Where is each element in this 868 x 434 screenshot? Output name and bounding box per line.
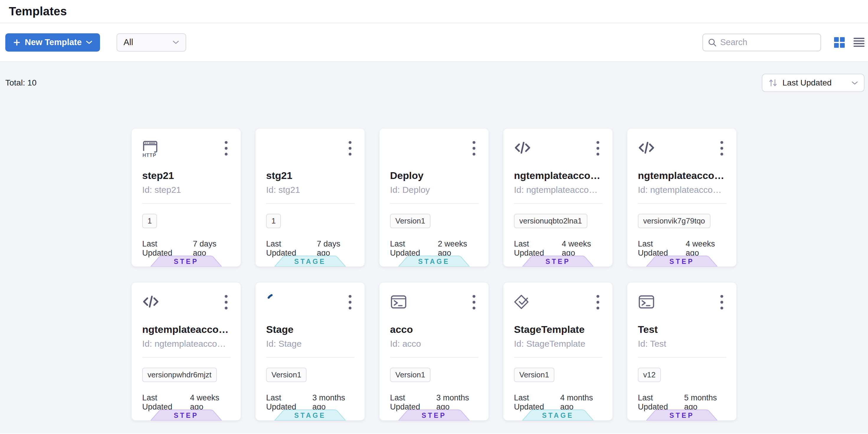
filter-value: All <box>124 37 133 47</box>
template-card[interactable]: HTTP ∞ <box>503 282 613 421</box>
sort-dropdown[interactable]: Last Updated <box>762 74 864 92</box>
template-card[interactable]: HTTP ∞ <box>627 129 736 267</box>
version-tag: 1 <box>266 214 281 228</box>
kebab-icon <box>224 141 228 156</box>
template-type-ribbon: STEP <box>151 409 222 421</box>
terminal-icon <box>390 293 407 311</box>
version-tag: versionpwhdr6mjzt <box>142 368 217 382</box>
page-title: Templates <box>9 5 67 18</box>
template-type-label: STEP <box>522 256 594 267</box>
card-menu-button[interactable] <box>345 293 354 309</box>
template-id: Id: Deploy <box>390 185 478 195</box>
template-type-icon: HTTP ∞ <box>142 139 159 159</box>
template-card[interactable]: HTTP ∞ <box>132 129 241 267</box>
template-card[interactable]: HTTP ∞ <box>627 282 736 421</box>
template-type-icon: HTTP ∞ <box>390 293 407 311</box>
card-menu-button[interactable] <box>345 139 354 156</box>
search-input[interactable] <box>720 37 816 47</box>
version-tag: 1 <box>142 214 157 228</box>
grid-view-button[interactable] <box>834 37 845 48</box>
svg-text:∞: ∞ <box>268 141 281 155</box>
toolbar: New Template All <box>0 23 868 62</box>
last-updated-value: 4 weeks ago <box>562 239 602 258</box>
last-updated-label: Last Updated <box>266 239 312 258</box>
template-type-icon: HTTP ∞ <box>514 139 531 157</box>
last-updated: Last Updated 3 months ago <box>390 393 478 411</box>
search-box <box>703 34 821 51</box>
filter-dropdown[interactable]: All <box>117 33 186 52</box>
last-updated-label: Last Updated <box>266 393 308 411</box>
svg-text:∞: ∞ <box>392 141 404 155</box>
last-updated: Last Updated 5 months ago <box>638 393 726 411</box>
kebab-icon <box>472 295 475 309</box>
svg-text:HTTP: HTTP <box>143 153 156 158</box>
last-updated-label: Last Updated <box>514 393 556 411</box>
card-menu-button[interactable] <box>222 139 231 156</box>
template-type-icon: HTTP ∞ <box>638 139 655 157</box>
kebab-icon <box>720 295 723 309</box>
last-updated: Last Updated 3 months ago <box>266 393 354 411</box>
template-card[interactable]: HTTP ∞ <box>503 129 613 267</box>
version-tag: versionvik7g79tqo <box>638 214 710 228</box>
total-count: Total: 10 <box>5 78 37 88</box>
card-menu-button[interactable] <box>469 293 478 309</box>
content-area: Total: 10 Last Updated <box>0 62 868 433</box>
template-card[interactable]: HTTP ∞ <box>255 129 365 267</box>
template-type-label: STAGE <box>398 256 470 267</box>
template-card[interactable]: HTTP ∞ <box>379 129 489 267</box>
cd-stage-icon: ∞ <box>266 139 283 157</box>
template-type-ribbon: STEP <box>151 256 222 267</box>
search-icon <box>708 38 717 47</box>
version-tag: Version1 <box>266 368 307 382</box>
sort-label: Last Updated <box>782 78 847 88</box>
template-id: Id: step21 <box>142 185 231 195</box>
template-type-ribbon: STEP <box>646 256 717 267</box>
template-name: acco <box>390 324 478 335</box>
list-view-icon <box>854 38 864 47</box>
approval-stage-icon <box>514 293 531 311</box>
last-updated-label: Last Updated <box>142 393 185 411</box>
template-name: ngtemplateaccountt... <box>514 170 602 181</box>
template-card[interactable]: HTTP ∞ <box>132 282 241 421</box>
card-menu-button[interactable] <box>717 293 726 309</box>
code-icon <box>142 293 159 311</box>
last-updated-value: 5 months ago <box>684 393 726 411</box>
kebab-icon <box>720 141 723 156</box>
last-updated-label: Last Updated <box>514 239 557 258</box>
code-icon <box>514 139 531 157</box>
template-name: Test <box>638 324 726 335</box>
cd-stage-icon: ∞ <box>390 139 407 157</box>
template-name: stg21 <box>266 170 354 181</box>
template-type-label: STEP <box>151 409 222 421</box>
last-updated: Last Updated 4 weeks ago <box>638 239 726 258</box>
last-updated-label: Last Updated <box>638 239 681 258</box>
template-name: Stage <box>266 324 354 335</box>
chevron-down-icon <box>86 40 92 44</box>
kebab-icon <box>224 295 228 309</box>
chevron-down-icon <box>851 81 858 85</box>
new-template-button[interactable]: New Template <box>5 33 100 52</box>
card-menu-button[interactable] <box>593 139 602 156</box>
template-id: Id: StageTemplate <box>514 339 602 349</box>
template-type-label: STAGE <box>274 409 346 421</box>
template-type-label: STAGE <box>522 409 594 421</box>
card-menu-button[interactable] <box>593 293 602 309</box>
last-updated: Last Updated 2 weeks ago <box>390 239 478 258</box>
card-menu-button[interactable] <box>222 293 231 309</box>
template-card[interactable]: HTTP ∞ <box>255 282 365 421</box>
template-type-label: STEP <box>151 256 222 267</box>
last-updated-value: 4 months ago <box>560 393 602 411</box>
template-type-label: STEP <box>398 409 470 421</box>
template-card[interactable]: HTTP ∞ <box>379 282 489 421</box>
template-id: Id: Test <box>638 339 726 349</box>
list-view-button[interactable] <box>854 38 864 47</box>
code-icon <box>638 139 655 157</box>
kebab-icon <box>348 295 352 309</box>
template-type-label: STEP <box>646 409 717 421</box>
last-updated: Last Updated 4 weeks ago <box>514 239 602 258</box>
template-name: StageTemplate <box>514 324 602 335</box>
last-updated-label: Last Updated <box>390 393 432 411</box>
card-menu-button[interactable] <box>469 139 478 156</box>
last-updated: Last Updated 4 months ago <box>514 393 602 411</box>
card-menu-button[interactable] <box>717 139 726 156</box>
